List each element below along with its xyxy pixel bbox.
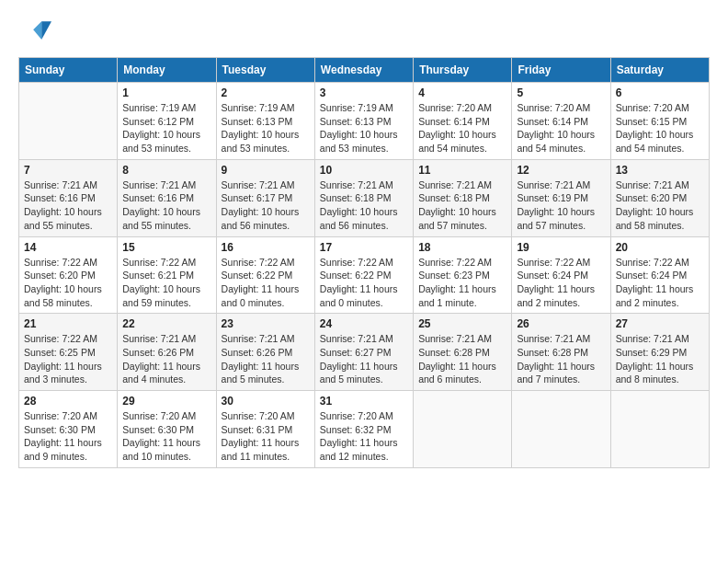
calendar-cell: 18Sunrise: 7:22 AM Sunset: 6:23 PM Dayli…	[414, 236, 512, 314]
calendar-cell: 19Sunrise: 7:22 AM Sunset: 6:24 PM Dayli…	[512, 236, 610, 314]
day-number: 23	[222, 317, 310, 330]
day-number: 31	[320, 395, 408, 408]
day-number: 21	[24, 317, 112, 330]
day-number: 11	[418, 164, 506, 177]
week-row-2: 14Sunrise: 7:22 AM Sunset: 6:20 PM Dayli…	[19, 236, 710, 314]
week-row-3: 21Sunrise: 7:22 AM Sunset: 6:25 PM Dayli…	[19, 314, 710, 391]
day-number: 27	[616, 317, 704, 330]
day-info: Sunrise: 7:21 AM Sunset: 6:26 PM Dayligh…	[222, 332, 310, 386]
weekday-header-sunday: Sunday	[19, 58, 118, 83]
day-info: Sunrise: 7:21 AM Sunset: 6:16 PM Dayligh…	[122, 178, 210, 233]
day-number: 28	[24, 395, 112, 408]
calendar-cell: 24Sunrise: 7:21 AM Sunset: 6:27 PM Dayli…	[314, 314, 413, 391]
day-number: 22	[122, 317, 210, 330]
calendar-cell: 30Sunrise: 7:20 AM Sunset: 6:31 PM Dayli…	[216, 391, 314, 468]
day-info: Sunrise: 7:20 AM Sunset: 6:14 PM Dayligh…	[517, 101, 605, 155]
weekday-header-row: SundayMondayTuesdayWednesdayThursdayFrid…	[19, 58, 710, 83]
day-info: Sunrise: 7:21 AM Sunset: 6:28 PM Dayligh…	[517, 332, 605, 386]
calendar-cell: 13Sunrise: 7:21 AM Sunset: 6:20 PM Dayli…	[610, 159, 709, 236]
day-number: 13	[616, 164, 704, 177]
day-number: 16	[222, 241, 310, 254]
day-number: 3	[320, 86, 408, 99]
day-info: Sunrise: 7:21 AM Sunset: 6:27 PM Dayligh…	[320, 332, 408, 386]
day-number: 1	[122, 86, 210, 99]
logo	[18, 15, 55, 48]
day-number: 5	[517, 86, 605, 99]
day-info: Sunrise: 7:22 AM Sunset: 6:20 PM Dayligh…	[24, 256, 112, 310]
calendar-cell: 21Sunrise: 7:22 AM Sunset: 6:25 PM Dayli…	[19, 314, 118, 391]
calendar-cell: 28Sunrise: 7:20 AM Sunset: 6:30 PM Dayli…	[19, 391, 118, 468]
day-number: 6	[616, 86, 704, 99]
day-number: 25	[418, 317, 506, 330]
calendar-cell: 11Sunrise: 7:21 AM Sunset: 6:18 PM Dayli…	[414, 159, 512, 236]
weekday-header-wednesday: Wednesday	[314, 58, 413, 83]
week-row-0: 1Sunrise: 7:19 AM Sunset: 6:12 PM Daylig…	[19, 83, 710, 160]
header	[18, 15, 710, 48]
day-number: 15	[122, 241, 210, 254]
calendar-cell: 27Sunrise: 7:21 AM Sunset: 6:29 PM Dayli…	[610, 314, 709, 391]
day-number: 10	[320, 164, 408, 177]
day-info: Sunrise: 7:22 AM Sunset: 6:21 PM Dayligh…	[122, 256, 210, 310]
day-info: Sunrise: 7:22 AM Sunset: 6:24 PM Dayligh…	[517, 256, 605, 310]
day-number: 2	[222, 86, 310, 99]
day-info: Sunrise: 7:21 AM Sunset: 6:20 PM Dayligh…	[616, 178, 704, 233]
day-info: Sunrise: 7:19 AM Sunset: 6:13 PM Dayligh…	[222, 101, 310, 155]
day-number: 4	[418, 86, 506, 99]
calendar-cell: 4Sunrise: 7:20 AM Sunset: 6:14 PM Daylig…	[414, 83, 512, 160]
day-number: 7	[24, 164, 112, 177]
day-number: 18	[418, 241, 506, 254]
page: SundayMondayTuesdayWednesdayThursdayFrid…	[0, 0, 728, 483]
calendar-cell: 25Sunrise: 7:21 AM Sunset: 6:28 PM Dayli…	[414, 314, 512, 391]
day-info: Sunrise: 7:21 AM Sunset: 6:26 PM Dayligh…	[122, 332, 210, 386]
svg-marker-0	[41, 21, 51, 40]
calendar-cell: 6Sunrise: 7:20 AM Sunset: 6:15 PM Daylig…	[610, 83, 709, 160]
day-number: 14	[24, 241, 112, 254]
day-number: 30	[222, 395, 310, 408]
weekday-header-monday: Monday	[118, 58, 216, 83]
calendar-cell: 1Sunrise: 7:19 AM Sunset: 6:12 PM Daylig…	[118, 83, 216, 160]
week-row-1: 7Sunrise: 7:21 AM Sunset: 6:16 PM Daylig…	[19, 159, 710, 236]
calendar-cell: 26Sunrise: 7:21 AM Sunset: 6:28 PM Dayli…	[512, 314, 610, 391]
day-number: 20	[616, 241, 704, 254]
logo-icon	[18, 15, 51, 48]
calendar-cell	[610, 391, 709, 468]
day-info: Sunrise: 7:20 AM Sunset: 6:30 PM Dayligh…	[122, 409, 210, 464]
calendar-cell: 12Sunrise: 7:21 AM Sunset: 6:19 PM Dayli…	[512, 159, 610, 236]
weekday-header-friday: Friday	[512, 58, 610, 83]
calendar-cell: 14Sunrise: 7:22 AM Sunset: 6:20 PM Dayli…	[19, 236, 118, 314]
day-info: Sunrise: 7:20 AM Sunset: 6:32 PM Dayligh…	[320, 409, 408, 464]
day-info: Sunrise: 7:20 AM Sunset: 6:14 PM Dayligh…	[418, 101, 506, 155]
calendar-cell	[19, 83, 118, 160]
calendar-cell: 8Sunrise: 7:21 AM Sunset: 6:16 PM Daylig…	[118, 159, 216, 236]
calendar-cell: 29Sunrise: 7:20 AM Sunset: 6:30 PM Dayli…	[118, 391, 216, 468]
day-info: Sunrise: 7:21 AM Sunset: 6:17 PM Dayligh…	[222, 178, 310, 233]
day-info: Sunrise: 7:20 AM Sunset: 6:15 PM Dayligh…	[616, 101, 704, 155]
day-number: 26	[517, 317, 605, 330]
day-info: Sunrise: 7:22 AM Sunset: 6:23 PM Dayligh…	[418, 256, 506, 310]
weekday-header-tuesday: Tuesday	[216, 58, 314, 83]
day-number: 12	[517, 164, 605, 177]
day-number: 8	[122, 164, 210, 177]
day-info: Sunrise: 7:19 AM Sunset: 6:13 PM Dayligh…	[320, 101, 408, 155]
day-info: Sunrise: 7:21 AM Sunset: 6:29 PM Dayligh…	[616, 332, 704, 386]
calendar-cell	[512, 391, 610, 468]
day-number: 17	[320, 241, 408, 254]
day-info: Sunrise: 7:22 AM Sunset: 6:22 PM Dayligh…	[222, 256, 310, 310]
day-info: Sunrise: 7:21 AM Sunset: 6:28 PM Dayligh…	[418, 332, 506, 386]
calendar-cell: 17Sunrise: 7:22 AM Sunset: 6:22 PM Dayli…	[314, 236, 413, 314]
calendar-cell: 22Sunrise: 7:21 AM Sunset: 6:26 PM Dayli…	[118, 314, 216, 391]
calendar-cell: 9Sunrise: 7:21 AM Sunset: 6:17 PM Daylig…	[216, 159, 314, 236]
day-info: Sunrise: 7:21 AM Sunset: 6:18 PM Dayligh…	[418, 178, 506, 233]
calendar-table: SundayMondayTuesdayWednesdayThursdayFrid…	[18, 57, 710, 468]
calendar-cell: 5Sunrise: 7:20 AM Sunset: 6:14 PM Daylig…	[512, 83, 610, 160]
calendar-cell: 23Sunrise: 7:21 AM Sunset: 6:26 PM Dayli…	[216, 314, 314, 391]
calendar-cell: 16Sunrise: 7:22 AM Sunset: 6:22 PM Dayli…	[216, 236, 314, 314]
calendar-cell: 31Sunrise: 7:20 AM Sunset: 6:32 PM Dayli…	[314, 391, 413, 468]
calendar-cell	[414, 391, 512, 468]
day-info: Sunrise: 7:21 AM Sunset: 6:19 PM Dayligh…	[517, 178, 605, 233]
day-number: 24	[320, 317, 408, 330]
day-number: 29	[122, 395, 210, 408]
day-number: 9	[222, 164, 310, 177]
day-info: Sunrise: 7:19 AM Sunset: 6:12 PM Dayligh…	[122, 101, 210, 155]
day-info: Sunrise: 7:22 AM Sunset: 6:24 PM Dayligh…	[616, 256, 704, 310]
